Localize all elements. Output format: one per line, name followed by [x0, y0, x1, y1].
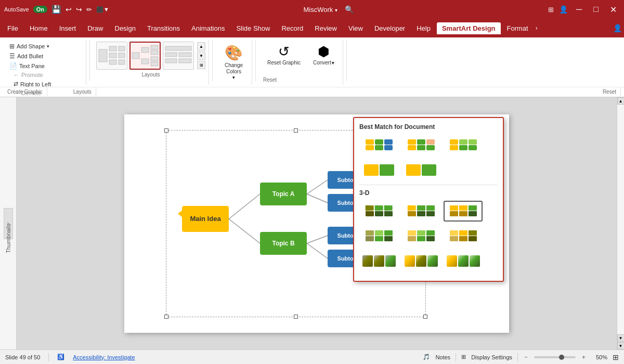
promote-button[interactable]: ← Promote — [11, 71, 45, 79]
convert-dropdown-icon[interactable]: ▾ — [332, 60, 334, 66]
profile-icon[interactable]: 👤 — [613, 24, 622, 32]
layout-thumb-3[interactable] — [163, 42, 194, 70]
accessibility-label[interactable]: Accessibility: Investigate — [73, 354, 135, 360]
zoom-out-button[interactable]: － — [523, 353, 529, 361]
user-icon[interactable]: 👤 — [559, 5, 568, 14]
convert-button[interactable]: ⬢ Convert ▾ — [309, 42, 339, 68]
svg-rect-3 — [109, 60, 116, 64]
menu-item-insert[interactable]: Insert — [54, 22, 82, 34]
3d-option-2[interactable] — [401, 201, 440, 222]
svg-rect-10 — [151, 45, 158, 49]
ribbon-icon[interactable]: ⊞ — [548, 6, 554, 14]
ribbon: ⊞ Add Shape ▾ ☰ Add Bullet 📄 Text Pane ←… — [0, 37, 624, 97]
text-pane-button[interactable]: 📄 Text Pane — [7, 61, 47, 71]
layout-scroll-up[interactable]: ▲ — [197, 42, 205, 50]
handle-bl[interactable] — [164, 315, 168, 319]
svg-rect-2 — [109, 53, 116, 58]
save-icon[interactable]: 💾 — [51, 5, 61, 14]
color-option-4[interactable] — [359, 160, 398, 180]
zoom-thumb[interactable] — [559, 355, 564, 360]
change-colors-dropdown-icon[interactable]: ▾ — [232, 75, 235, 80]
color-option-2[interactable] — [401, 135, 440, 155]
handle-tc[interactable] — [294, 128, 298, 133]
pen-icon[interactable]: ✏ — [86, 6, 92, 14]
reset-graphic-button[interactable]: ↺ Reset Graphic — [263, 42, 305, 68]
color-option-5[interactable] — [401, 160, 440, 180]
3d-option-6[interactable] — [444, 226, 483, 246]
3d-option-1[interactable] — [359, 201, 398, 222]
scroll-down-button-2[interactable]: ▼ — [617, 342, 625, 349]
status-sep-1 — [48, 353, 49, 361]
file-dropdown-icon[interactable]: ▾ — [335, 7, 337, 13]
3d-option-7[interactable] — [359, 251, 398, 271]
menu-item-file[interactable]: File — [2, 22, 23, 34]
thumbnails-panel: › Thumbnails — [0, 97, 17, 349]
handle-bc[interactable] — [294, 315, 298, 319]
3d-option-5[interactable] — [401, 226, 440, 246]
3d-section-title: 3-D — [359, 189, 498, 197]
minimize-button[interactable]: ─ — [573, 4, 585, 15]
add-shape-button[interactable]: ⊞ Add Shape ▾ — [7, 42, 51, 51]
autosave-toggle[interactable]: On — [33, 6, 47, 13]
color-option-3[interactable] — [444, 135, 483, 155]
menu-item-draw[interactable]: Draw — [82, 22, 108, 34]
menu-item-developer[interactable]: Developer — [369, 22, 410, 34]
zoom-level[interactable]: 50% — [592, 354, 607, 360]
add-shape-dropdown-icon[interactable]: ▾ — [47, 44, 49, 49]
3d-option-4[interactable] — [359, 226, 398, 246]
notes-button[interactable]: Notes — [435, 354, 450, 360]
slide: Main Idea Topic A Topic B Subtop Subtop — [124, 114, 509, 333]
layout-scroll-down[interactable]: ▼ — [197, 51, 205, 60]
menu-item-slideshow[interactable]: Slide Show — [231, 22, 275, 34]
menu-item-smartart[interactable]: SmartArt Design — [437, 22, 501, 34]
svg-rect-1 — [109, 46, 116, 51]
search-icon[interactable]: 🔍 — [345, 5, 354, 14]
menu-item-transitions[interactable]: Transitions — [142, 22, 185, 34]
handle-tl[interactable] — [164, 128, 168, 133]
color-palette-icon: 🎨 — [225, 44, 243, 61]
add-bullet-button[interactable]: ☰ Add Bullet — [7, 51, 45, 61]
svg-line-22 — [307, 194, 328, 203]
menu-item-help[interactable]: Help — [411, 22, 436, 34]
svg-rect-17 — [165, 59, 177, 63]
maximize-button[interactable]: □ — [590, 4, 602, 15]
handle-br[interactable] — [423, 315, 427, 319]
layout-thumb-2[interactable] — [129, 42, 161, 70]
layout-thumbnails: ▲ ▼ ⊞ — [96, 42, 205, 70]
redo-icon[interactable]: ↪ — [76, 5, 82, 14]
undo-icon[interactable]: ↩ — [66, 5, 72, 14]
menu-item-design[interactable]: Design — [110, 22, 141, 34]
close-button[interactable]: ✕ — [607, 4, 620, 16]
layout-scroll-expand[interactable]: ⊞ — [197, 61, 205, 69]
scroll-down-button[interactable]: ▼ — [617, 334, 625, 342]
color-option-1[interactable] — [359, 135, 398, 155]
menu-item-animations[interactable]: Animations — [186, 22, 230, 34]
topic-a-node[interactable]: Topic A — [260, 183, 307, 205]
more-tabs-icon[interactable]: › — [536, 24, 538, 32]
layout-thumb-1[interactable] — [96, 42, 127, 70]
customize-icon[interactable]: ⬛▼ — [96, 6, 109, 13]
3d-option-3[interactable] — [444, 201, 483, 222]
menu-item-home[interactable]: Home — [24, 22, 53, 34]
create-graphic-group: ⊞ Add Shape ▾ ☰ Add Bullet 📄 Text Pane ←… — [3, 40, 86, 85]
3d-option-8[interactable] — [401, 251, 440, 271]
display-settings-button[interactable]: Display Settings — [471, 354, 512, 360]
zoom-slider[interactable] — [534, 356, 576, 358]
scroll-up-button[interactable]: ▲ — [617, 97, 625, 105]
slide-canvas[interactable]: Main Idea Topic A Topic B Subtop Subtop — [17, 97, 617, 349]
main-idea-node[interactable]: Main Idea — [182, 206, 229, 232]
layout-scroll: ▲ ▼ ⊞ — [197, 42, 205, 69]
main-area: › Thumbnails — [0, 97, 624, 349]
topic-b-node[interactable]: Topic B — [260, 232, 307, 255]
menu-item-format[interactable]: Format — [502, 22, 534, 34]
fit-slide-button[interactable]: ⊞ — [613, 353, 619, 361]
svg-rect-12 — [151, 57, 158, 61]
menu-item-review[interactable]: Review — [309, 22, 342, 34]
3d-option-9[interactable] — [444, 251, 483, 271]
autosave-label: AutoSave — [4, 6, 29, 12]
svg-rect-5 — [119, 53, 125, 58]
zoom-in-button[interactable]: ＋ — [581, 353, 587, 361]
menu-item-record[interactable]: Record — [276, 22, 308, 34]
change-colors-button[interactable]: 🎨 ChangeColors ▾ — [216, 40, 252, 85]
menu-item-view[interactable]: View — [343, 22, 368, 34]
